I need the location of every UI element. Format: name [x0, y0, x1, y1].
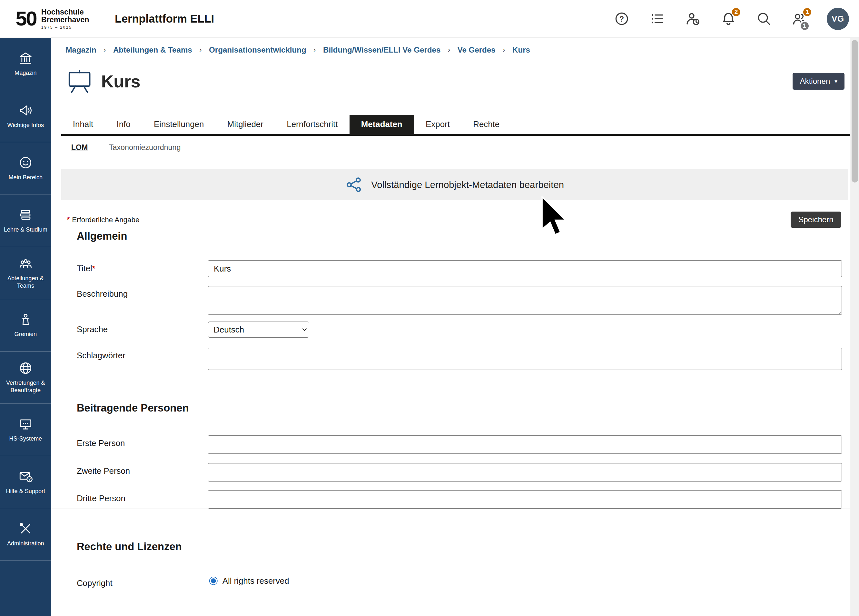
breadcrumb-item-magazin[interactable]: Magazin	[66, 45, 96, 55]
erste-person-input[interactable]	[208, 435, 842, 454]
sidebar-item-lehre-studium[interactable]: Lehre & Studium	[0, 194, 51, 247]
top-header: 50 Hochschule Bremerhaven 1975 – 2025 Le…	[0, 0, 859, 38]
header-icon-bar: ?	[613, 8, 854, 30]
allgemein-section: Titel* Beschreibung Sprache Deutsch	[77, 260, 842, 370]
vertical-scrollbar[interactable]	[850, 38, 859, 616]
sidebar-item-hs-systeme[interactable]: HS-Systeme	[0, 404, 51, 456]
form-header-row: *Erforderliche Angabe Speichern	[67, 211, 841, 228]
hochschule-bremerhaven-logo[interactable]: 50 Hochschule Bremerhaven 1975 – 2025	[16, 8, 89, 30]
aktionen-button[interactable]: Aktionen ▾	[793, 73, 845, 90]
presentation-board-icon	[67, 69, 92, 94]
books-icon	[19, 208, 33, 222]
svg-text:?: ?	[619, 15, 624, 23]
chevron-right-icon: ›	[503, 46, 505, 54]
smiley-icon	[19, 155, 33, 170]
edit-full-metadata-banner[interactable]: Vollständige Lernobjekt-Metadaten bearbe…	[61, 169, 848, 201]
app-title: Lernplattform ELLI	[115, 13, 214, 25]
sidebar-item-gremien[interactable]: Gremien	[0, 299, 51, 352]
sprache-select[interactable]: Deutsch	[208, 322, 309, 338]
contacts-button[interactable]: 1 1	[791, 10, 808, 27]
tab-rechte[interactable]: Rechte	[461, 115, 511, 134]
breadcrumb-item-organisationsentwicklung[interactable]: Organisationsentwicklung	[209, 45, 306, 55]
tools-icon	[19, 522, 33, 536]
beschreibung-row: Beschreibung	[77, 286, 842, 317]
erste-person-row: Erste Person	[77, 435, 842, 454]
contacts-secondary-badge: 1	[800, 21, 810, 31]
subtab-taxonomiezuordnung[interactable]: Taxonomiezuordnung	[109, 143, 181, 153]
sidebar-item-abteilungen-teams[interactable]: Abteilungen & Teams	[0, 247, 51, 299]
zweite-person-row: Zweite Person	[77, 463, 842, 482]
copyright-label: Copyright	[77, 575, 208, 588]
sidebar-item-magazin[interactable]: Magazin	[0, 38, 51, 90]
megaphone-icon	[19, 103, 33, 118]
tab-lernfortschritt[interactable]: Lernfortschritt	[275, 115, 350, 134]
sidebar-item-wichtige-infos[interactable]: Wichtige Infos	[0, 90, 51, 142]
tab-info[interactable]: Info	[105, 115, 142, 134]
copyright-row: Copyright All rights reserved	[77, 575, 842, 588]
page-title: Kurs	[101, 72, 141, 91]
chevron-right-icon: ›	[199, 46, 201, 54]
caret-down-icon: ▾	[834, 79, 837, 84]
copyright-option-label: All rights reserved	[222, 576, 289, 586]
section-heading-beitragende: Beitragende Personen	[77, 402, 850, 414]
tab-einstellungen[interactable]: Einstellungen	[142, 115, 216, 134]
tab-bar: Inhalt Info Einstellungen Mitglieder Ler…	[61, 115, 850, 136]
breadcrumb-item-abteilungen-teams[interactable]: Abteilungen & Teams	[113, 45, 192, 55]
sprache-row: Sprache Deutsch	[77, 322, 842, 338]
main-content: Magazin › Abteilungen & Teams › Organisa…	[51, 38, 850, 616]
copyright-radio[interactable]	[209, 577, 218, 586]
section-divider	[51, 370, 850, 370]
notifications-button[interactable]: 2	[720, 10, 737, 27]
tab-inhalt[interactable]: Inhalt	[61, 115, 105, 134]
bank-icon	[19, 51, 33, 66]
monitor-icon	[19, 417, 33, 432]
subtab-lom[interactable]: LOM	[71, 143, 88, 153]
help-button[interactable]: ?	[613, 10, 630, 27]
dritte-person-label: Dritte Person	[77, 490, 208, 503]
scrollbar-thumb[interactable]	[851, 40, 858, 182]
chevron-right-icon: ›	[314, 46, 315, 54]
search-button[interactable]	[756, 10, 772, 27]
section-heading-allgemein: Allgemein	[77, 230, 850, 242]
person-clock-icon	[685, 11, 700, 27]
sidebar-item-mein-bereich[interactable]: Mein Bereich	[0, 142, 51, 194]
titel-input[interactable]	[208, 260, 842, 277]
sidebar-item-administration[interactable]: Administration	[0, 508, 51, 561]
breadcrumb-item-kurs[interactable]: Kurs	[512, 45, 530, 55]
awareness-button[interactable]	[684, 10, 701, 27]
mail-help-icon: ?	[19, 469, 33, 484]
breadcrumb-item-bildung-wissen[interactable]: Bildung/Wissen/ELLI Ve Gerdes	[323, 45, 440, 55]
contacts-badge: 1	[802, 7, 812, 17]
main-sidebar: Magazin Wichtige Infos Mein Bereich	[0, 38, 51, 616]
bullet-list-icon	[650, 11, 665, 27]
rechte-section: Copyright All rights reserved	[77, 575, 842, 588]
schlagwoerter-input[interactable]	[208, 348, 842, 370]
tab-metadaten[interactable]: Metadaten	[350, 115, 414, 134]
erste-person-label: Erste Person	[77, 435, 208, 448]
beschreibung-label: Beschreibung	[77, 286, 208, 299]
tab-export[interactable]: Export	[414, 115, 461, 134]
user-avatar[interactable]: VG	[827, 8, 849, 30]
sidebar-item-hilfe-support[interactable]: ? Hilfe & Support	[0, 456, 51, 508]
zweite-person-input[interactable]	[208, 463, 842, 482]
required-asterisk: *	[67, 215, 70, 224]
breadcrumb-item-ve-gerdes[interactable]: Ve Gerdes	[458, 45, 496, 55]
dritte-person-input[interactable]	[208, 490, 842, 509]
titel-row: Titel*	[77, 260, 842, 277]
zweite-person-label: Zweite Person	[77, 463, 208, 476]
banner-label: Vollständige Lernobjekt-Metadaten bearbe…	[371, 179, 564, 190]
logo-number: 50	[16, 8, 36, 29]
list-button[interactable]	[649, 10, 665, 27]
people-icon	[19, 256, 33, 271]
podium-icon	[19, 312, 33, 327]
tab-mitglieder[interactable]: Mitglieder	[216, 115, 275, 134]
globe-icon	[19, 361, 33, 375]
sidebar-item-vertretungen-beauftragte[interactable]: Vertretungen & Beauftragte	[0, 352, 51, 404]
required-hint: *Erforderliche Angabe	[67, 215, 140, 224]
subtab-bar: LOM Taxonomiezuordnung	[71, 143, 850, 153]
beitragende-section: Erste Person Zweite Person Dritte Person	[77, 435, 842, 509]
chevron-right-icon: ›	[103, 46, 106, 54]
speichern-button[interactable]: Speichern	[791, 211, 841, 228]
beschreibung-textarea[interactable]	[208, 286, 842, 315]
notifications-badge: 2	[731, 7, 741, 17]
